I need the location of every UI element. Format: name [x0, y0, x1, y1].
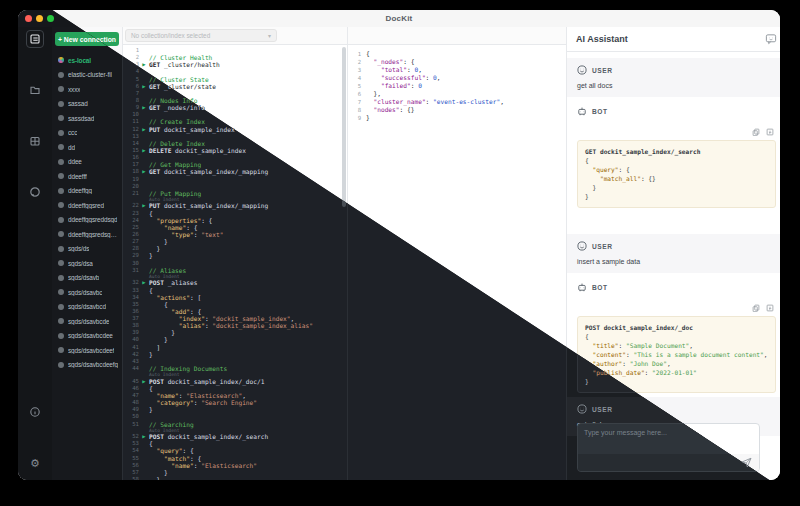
code-text: // Put Mapping	[149, 190, 201, 197]
code-text: "name": {	[149, 224, 197, 231]
connection-item[interactable]: es-local	[52, 53, 122, 68]
connection-item[interactable]: ddeeffggsredsgda...	[52, 227, 122, 242]
response-tab-strip	[348, 27, 566, 45]
connection-item[interactable]: sgds/ds	[52, 242, 122, 257]
connection-item[interactable]: sgds/dsavbc	[52, 285, 122, 300]
bot-message: BOTGET dockit_sample_index/_search{ "que…	[567, 106, 780, 208]
connection-item[interactable]: elastic-cluster-fil	[52, 68, 122, 83]
github-icon[interactable]	[26, 183, 44, 201]
run-query-play-icon[interactable]: ▶	[139, 378, 149, 385]
editor-line: 25 "name": {	[123, 224, 347, 231]
line-number: 34	[123, 294, 139, 301]
gutter-spacer	[139, 287, 149, 294]
line-number: 35	[123, 301, 139, 308]
connection-item[interactable]: ddeefff	[52, 169, 122, 184]
connection-item[interactable]: ddeeffggsred	[52, 198, 122, 213]
run-query-play-icon[interactable]: ▶	[139, 202, 149, 209]
line-number: 4	[123, 68, 139, 75]
code-text: "name": "Elasticsearch",	[149, 392, 246, 399]
bot-avatar-icon	[577, 282, 587, 292]
gutter-spacer	[139, 190, 149, 197]
response-text: }	[366, 114, 370, 122]
connection-item[interactable]: sgds/dsavbcdeefg	[52, 358, 122, 373]
card-code-line: GET dockit_sample_index/_search	[585, 147, 768, 156]
run-query-play-icon[interactable]: ▶	[139, 83, 149, 90]
line-number: 8	[123, 97, 139, 104]
line-number: 51	[123, 421, 139, 428]
run-query-play-icon[interactable]: ▶	[139, 61, 149, 68]
connections-icon[interactable]	[26, 30, 44, 48]
connection-item[interactable]: sgds/dsavb	[52, 271, 122, 286]
connection-name: ddeeffggsredsgda...	[68, 231, 118, 238]
line-number: 26	[123, 231, 139, 238]
editor-line: 3▶GET _cluster/health	[123, 61, 347, 68]
line-number: 6	[123, 83, 139, 90]
run-query-play-icon[interactable]: ▶	[139, 126, 149, 133]
minimize-window-button[interactable]	[36, 15, 43, 22]
run-query-play-icon[interactable]: ▶	[139, 104, 149, 111]
connection-item[interactable]: dd	[52, 140, 122, 155]
zoom-window-button[interactable]	[47, 15, 54, 22]
insert-to-editor-icon[interactable]	[766, 128, 774, 136]
connection-item[interactable]: sgds/dsavbcdee	[52, 329, 122, 344]
connection-item[interactable]: sgds/dsavbcdeef	[52, 343, 122, 358]
connection-name: sassdsad	[68, 115, 94, 122]
gutter-spacer	[139, 476, 149, 480]
response-line: 9}	[348, 114, 566, 122]
settings-gear-icon[interactable]: ⚙	[26, 454, 44, 472]
run-query-play-icon[interactable]: ▶	[139, 279, 149, 286]
about-icon[interactable]	[26, 403, 44, 421]
close-window-button[interactable]	[25, 15, 32, 22]
run-query-play-icon[interactable]: ▶	[139, 433, 149, 440]
code-text: }	[149, 252, 153, 259]
gutter-spacer	[139, 260, 149, 267]
user-message: USERget all docs	[567, 58, 780, 97]
connection-item[interactable]: sgds/dsavbcd	[52, 300, 122, 315]
bot-code-card: GET dockit_sample_index/_search{ "query"…	[577, 140, 776, 208]
code-text: // Delete Index	[149, 140, 205, 147]
editor-line: 40 }	[123, 336, 347, 343]
code-text: "add": {	[149, 308, 201, 315]
connection-item[interactable]: sgds/dsa	[52, 256, 122, 271]
connection-item[interactable]: ddee	[52, 155, 122, 170]
run-query-play-icon[interactable]: ▶	[139, 147, 149, 154]
connection-item[interactable]: sgds/dsavbcde	[52, 314, 122, 329]
index-selector-dropdown[interactable]: No collection/index selected ▾	[125, 29, 277, 42]
line-number: 19	[123, 176, 139, 183]
line-number: 31	[123, 267, 139, 274]
connection-item[interactable]: sassad	[52, 97, 122, 112]
line-number: 16	[123, 154, 139, 161]
editor-scrollbar[interactable]	[342, 47, 346, 207]
gutter-spacer	[139, 111, 149, 118]
connection-item[interactable]: sassdsad	[52, 111, 122, 126]
gutter-spacer	[139, 154, 149, 161]
code-text: GET _cluster/health	[149, 61, 220, 68]
chat-feedback-icon[interactable]	[765, 33, 777, 45]
line-number: 27	[123, 238, 139, 245]
code-text: // Get Mapping	[149, 161, 201, 168]
response-text: "cluster_name": "event-es-cluster",	[366, 98, 504, 106]
editor-line: 58 }	[123, 476, 347, 480]
elasticsearch-logo-icon	[58, 333, 64, 339]
code-text: "alias": "dockit_sample_index_alias"	[149, 322, 313, 329]
gutter-spacer	[139, 329, 149, 336]
connection-item[interactable]: ddeeffggsreddsgd	[52, 213, 122, 228]
files-icon[interactable]	[26, 81, 44, 99]
editor-line: 36 "add": {	[123, 308, 347, 315]
card-code-line: }	[585, 183, 768, 192]
editor-line: 47 "name": "Elasticsearch",	[123, 392, 347, 399]
connection-item[interactable]: xxxx	[52, 82, 122, 97]
line-number: 5	[348, 82, 361, 90]
code-text: {	[149, 440, 153, 447]
insert-to-editor-icon[interactable]	[766, 304, 774, 312]
elasticsearch-logo-icon	[58, 318, 64, 324]
elasticsearch-logo-icon	[58, 115, 64, 121]
run-query-play-icon[interactable]: ▶	[139, 168, 149, 175]
backup-icon[interactable]	[26, 132, 44, 150]
connection-item[interactable]: ccc	[52, 126, 122, 141]
connection-item[interactable]: ddeeffgg	[52, 184, 122, 199]
copy-code-icon[interactable]	[752, 128, 760, 136]
copy-code-icon[interactable]	[752, 304, 760, 312]
message-role-label: BOT	[592, 284, 608, 291]
code-text: "type": "text"	[149, 231, 224, 238]
